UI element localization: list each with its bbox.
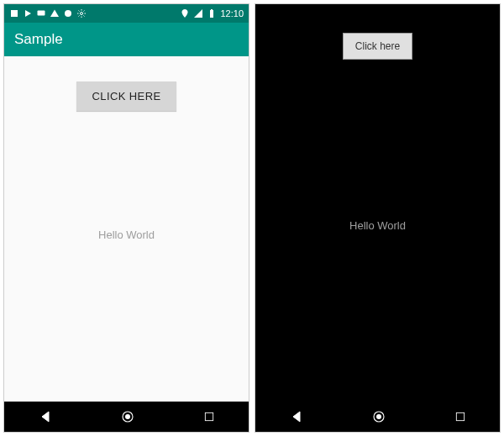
svg-point-15 [376, 414, 381, 419]
svg-rect-12 [205, 412, 213, 420]
phone-light: 12:10 Sample CLICK HERE Hello World [3, 3, 249, 433]
svg-marker-9 [42, 412, 49, 422]
svg-marker-1 [25, 10, 31, 17]
svg-marker-13 [293, 412, 300, 422]
svg-rect-8 [211, 9, 213, 10]
hello-world-text: Hello World [349, 219, 406, 232]
svg-rect-16 [456, 412, 464, 420]
square-icon [9, 8, 19, 18]
svg-point-5 [81, 13, 83, 15]
hello-world-text: Hello World [98, 229, 155, 241]
status-bar [255, 4, 500, 23]
home-icon[interactable] [120, 409, 135, 424]
circle-icon [63, 8, 73, 18]
content-area: CLICK HERE Hello World [4, 56, 249, 402]
click-here-button[interactable]: Click here [343, 33, 412, 60]
svg-rect-2 [38, 11, 45, 16]
svg-marker-6 [194, 9, 202, 18]
svg-marker-3 [50, 10, 59, 18]
nav-bar [4, 402, 249, 432]
status-right-icons: 12:10 [180, 8, 244, 18]
home-icon[interactable] [371, 409, 386, 424]
back-icon[interactable] [290, 410, 303, 423]
status-time: 12:10 [220, 8, 244, 18]
location-icon [180, 8, 190, 18]
svg-point-11 [125, 414, 130, 419]
click-here-button[interactable]: CLICK HERE [76, 81, 176, 111]
recent-icon[interactable] [454, 411, 466, 423]
chat-icon [36, 8, 46, 18]
svg-point-4 [65, 10, 71, 17]
back-icon[interactable] [39, 410, 52, 423]
nav-bar [255, 402, 500, 432]
app-bar: Sample [4, 23, 249, 56]
svg-rect-0 [11, 10, 18, 17]
settings-icon [76, 8, 87, 18]
status-bar: 12:10 [4, 4, 249, 23]
svg-rect-7 [210, 10, 213, 18]
recent-icon[interactable] [203, 411, 215, 423]
signal-icon [193, 8, 203, 18]
content-area: Click here Hello World [255, 23, 500, 402]
play-icon [23, 8, 33, 18]
status-left-icons [9, 8, 87, 18]
app-title: Sample [14, 31, 63, 48]
phone-dark: Click here Hello World [255, 3, 501, 433]
battery-icon [207, 8, 217, 18]
warning-icon [50, 8, 60, 18]
